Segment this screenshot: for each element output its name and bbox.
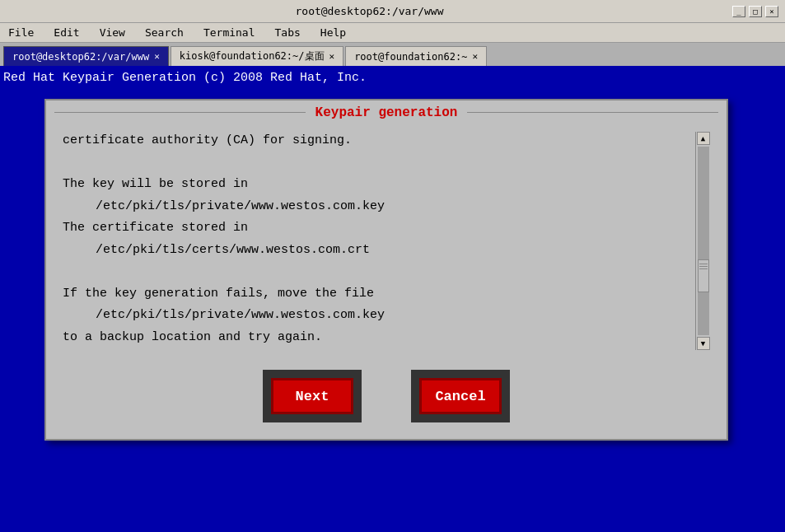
scrollbar-down-button[interactable]: ▼ [697,337,710,350]
tab-1[interactable]: kiosk@foundation62:~/桌面 ✕ [171,46,343,66]
tab-label-2: root@foundation62:~ [354,51,467,63]
scrollbar-up-button[interactable]: ▲ [697,132,710,145]
keypair-dialog: Keypair generation certificate authority… [44,99,728,441]
next-button-wrapper: Next [263,370,362,422]
tab-close-1[interactable]: ✕ [329,51,335,62]
cancel-button-wrapper: Cancel [411,370,510,422]
dialog-line-5: /etc/pki/tls/certs/www.westos.com.crt [63,241,695,260]
tab-close-0[interactable]: ✕ [154,51,160,62]
dialog-line-4: The certificate stored in [63,219,695,238]
terminal-header-line: Red Hat Keypair Generation (c) 2008 Red … [0,66,785,88]
tab-0[interactable]: root@desktop62:/var/www ✕ [3,46,169,66]
dialog-line-1 [63,154,695,173]
menubar: File Edit View Search Terminal Tabs Help [0,23,785,43]
dialog-line-9: to a backup location and try again. [63,329,695,348]
window-titlebar: root@desktop62:/var/www _ □ × [0,0,785,23]
menu-view[interactable]: View [95,25,130,40]
dialog-titlebar: Keypair generation [46,100,727,124]
window-title: root@desktop62:/var/www [7,5,732,17]
window-controls: _ □ × [732,6,778,17]
terminal-body: Red Hat Keypair Generation (c) 2008 Red … [0,66,785,532]
tab-label-1: kiosk@foundation62:~/桌面 [180,49,325,63]
tab-2[interactable]: root@foundation62:~ ✕ [345,46,487,66]
close-button[interactable]: × [765,6,778,17]
dialog-title: Keypair generation [306,105,468,120]
dialog-line-0: certificate authority (CA) for signing. [63,132,695,151]
status-bar: <Tab>/<Alt-Tab> between elements | <Spac… [0,529,785,532]
dialog-line-6 [63,263,695,282]
dialog-scrollbar: ▲ ▼ [695,132,710,350]
dialog-content: certificate authority (CA) for signing. … [46,124,727,362]
menu-file[interactable]: File [3,25,39,40]
menu-help[interactable]: Help [315,25,351,40]
tab-close-2[interactable]: ✕ [472,51,478,62]
dialog-line-7: If the key generation fails, move the fi… [63,285,695,304]
cancel-button[interactable]: Cancel [419,378,502,414]
scrollbar-track [698,147,709,335]
next-button[interactable]: Next [271,378,353,414]
dialog-line-8: /etc/pki/tls/private/www.westos.com.key [63,306,695,325]
dialog-buttons: Next Cancel [46,362,727,439]
menu-tabs[interactable]: Tabs [270,25,306,40]
scrollbar-thumb[interactable] [698,259,709,292]
dialog-line-2: The key will be stored in [63,175,695,194]
dialog-line-3: /etc/pki/tls/private/www.westos.com.key [63,198,695,217]
tab-label-0: root@desktop62:/var/www [12,51,149,63]
menu-terminal[interactable]: Terminal [199,25,260,40]
menu-edit[interactable]: Edit [49,25,84,40]
menu-search[interactable]: Search [140,25,189,40]
maximize-button[interactable]: □ [749,6,762,17]
dialog-text-area: certificate authority (CA) for signing. … [63,132,695,350]
minimize-button[interactable]: _ [732,6,745,17]
tabbar: root@desktop62:/var/www ✕ kiosk@foundati… [0,43,785,66]
